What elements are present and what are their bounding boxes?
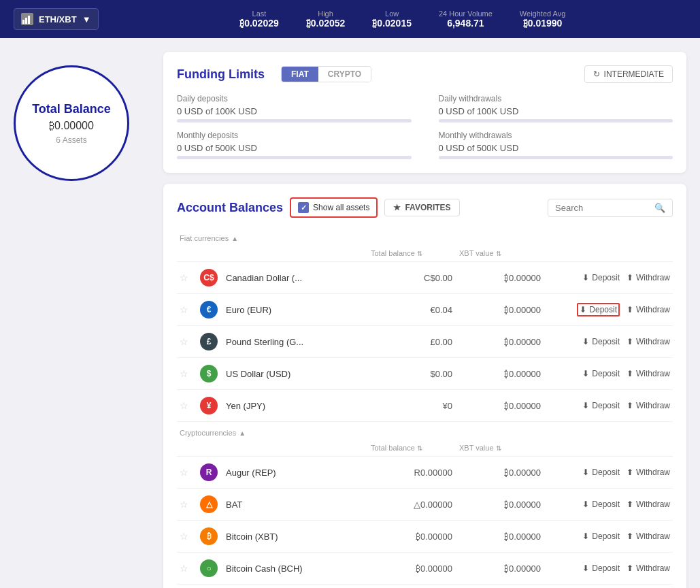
header-stats: Last₿0.02029High₿0.02052Low₿0.0201524 Ho… — [119, 10, 687, 29]
deposit-button[interactable]: ⬇ Deposit — [582, 500, 620, 509]
favorite-star[interactable]: ☆ — [180, 531, 200, 542]
main-content: Total Balance ₿0.00000 6 Assets Funding … — [0, 38, 700, 588]
currency-icon: $ — [200, 365, 218, 382]
deposit-button[interactable]: ⬇ Deposit — [577, 303, 620, 316]
withdraw-button[interactable]: ⬆ Withdraw — [627, 273, 670, 282]
balances-title: Account Balances — [177, 201, 283, 215]
download-icon: ⬇ — [582, 500, 589, 509]
search-icon: 🔍 — [654, 203, 665, 213]
table-row: ☆ C$ Canadian Dollar (... C$0.00 ₿0.0000… — [177, 262, 673, 294]
withdraw-button[interactable]: ⬆ Withdraw — [627, 468, 670, 477]
deposit-button[interactable]: ⬇ Deposit — [582, 369, 620, 378]
tab-crypto[interactable]: CRYPTO — [318, 67, 371, 82]
withdraw-button[interactable]: ⬆ Withdraw — [627, 564, 670, 573]
upload-icon: ⬆ — [627, 468, 633, 477]
upload-icon: ⬆ — [627, 564, 633, 573]
funding-tabs: FIAT CRYPTO — [281, 66, 371, 82]
table-row: ☆ B Bitcoin SV (BSV) ₿0.00000 ₿0.00000 ⬇… — [177, 585, 673, 588]
favorite-star[interactable]: ☆ — [180, 336, 200, 347]
top-header: ETH/XBT ▼ Last₿0.02029High₿0.02052Low₿0.… — [0, 0, 700, 38]
xbt-value: ₿0.00000 — [459, 369, 548, 379]
show-all-label: Show all assets — [313, 203, 369, 212]
deposit-button[interactable]: ⬇ Deposit — [582, 564, 620, 573]
deposit-button[interactable]: ⬇ Deposit — [582, 401, 620, 410]
withdraw-button[interactable]: ⬆ Withdraw — [627, 500, 670, 509]
upload-icon: ⬆ — [627, 273, 633, 282]
currency-icon: ₿ — [200, 527, 218, 545]
favorites-button[interactable]: ★ FAVORITES — [384, 199, 459, 216]
currency-name: Canadian Dollar (... — [220, 273, 371, 283]
balances-header: Account Balances ✓ Show all assets ★ FAV… — [177, 197, 673, 218]
row-actions: ⬇ Deposit ⬆ Withdraw — [548, 468, 670, 477]
currency-name: Yen (JPY) — [220, 401, 371, 411]
xbt-value: ₿0.00000 — [459, 401, 548, 411]
row-actions: ⬇ Deposit ⬆ Withdraw — [548, 500, 670, 509]
row-actions: ⬇ Deposit ⬆ Withdraw — [548, 532, 670, 541]
star-icon: ★ — [393, 203, 401, 212]
currency-name: Euro (EUR) — [220, 305, 371, 315]
right-panel: Funding Limits FIAT CRYPTO ↻ INTERMEDIAT… — [163, 52, 686, 588]
total-balance: $0.00 — [371, 369, 459, 379]
table-column-header: Total balance ⇅ XBT value ⇅ — [177, 245, 673, 262]
table-row: ☆ △ BAT △0.00000 ₿0.00000 ⬇ Deposit ⬆ Wi… — [177, 489, 673, 521]
row-actions: ⬇ Deposit ⬆ Withdraw — [548, 337, 670, 346]
intermediate-label: INTERMEDIATE — [604, 69, 664, 79]
stat-24-hour-volume: 24 Hour Volume6,948.71 — [439, 10, 493, 29]
intermediate-button[interactable]: ↻ INTERMEDIATE — [584, 65, 673, 83]
upload-icon: ⬆ — [627, 337, 633, 346]
favorite-star[interactable]: ☆ — [180, 304, 200, 315]
funding-title: Funding Limits — [177, 67, 265, 82]
dropdown-chevron: ▼ — [82, 14, 91, 24]
account-balances-card: Account Balances ✓ Show all assets ★ FAV… — [163, 184, 686, 588]
deposit-button[interactable]: ⬇ Deposit — [582, 468, 620, 477]
withdraw-button[interactable]: ⬆ Withdraw — [627, 305, 670, 314]
upload-icon: ⬆ — [627, 500, 633, 509]
favorite-star[interactable]: ☆ — [180, 272, 200, 283]
funding-limits-card: Funding Limits FIAT CRYPTO ↻ INTERMEDIAT… — [163, 52, 686, 173]
total-balance: △0.00000 — [371, 500, 459, 510]
row-actions: ⬇ Deposit ⬆ Withdraw — [548, 303, 670, 316]
tab-fiat[interactable]: FIAT — [282, 67, 318, 82]
currency-icon: £ — [200, 333, 218, 350]
withdraw-button[interactable]: ⬆ Withdraw — [627, 369, 670, 378]
search-box[interactable]: 🔍 — [548, 199, 673, 217]
currency-name: Augur (REP) — [220, 468, 371, 478]
xbt-value: ₿0.00000 — [459, 273, 548, 283]
favorite-star[interactable]: ☆ — [180, 368, 200, 379]
search-input[interactable] — [555, 203, 650, 213]
withdraw-button[interactable]: ⬆ Withdraw — [627, 401, 670, 410]
funding-title-group: Funding Limits FIAT CRYPTO — [177, 66, 371, 82]
currency-name: Bitcoin Cash (BCH) — [220, 564, 371, 574]
upload-icon: ⬆ — [627, 401, 633, 410]
total-balance: ¥0 — [371, 401, 459, 411]
deposit-button[interactable]: ⬇ Deposit — [582, 337, 620, 346]
balances-table: Fiat currencies▲ Total balance ⇅ XBT val… — [177, 227, 673, 588]
download-icon: ⬇ — [582, 369, 589, 378]
withdraw-button[interactable]: ⬆ Withdraw — [627, 532, 670, 541]
favorite-star[interactable]: ☆ — [180, 400, 200, 411]
table-row: ☆ ○ Bitcoin Cash (BCH) ₿0.00000 ₿0.00000… — [177, 553, 673, 585]
xbt-value: ₿0.00000 — [459, 337, 548, 347]
download-icon: ⬇ — [582, 337, 589, 346]
show-all-assets-button[interactable]: ✓ Show all assets — [290, 197, 378, 218]
favorite-star[interactable]: ☆ — [180, 563, 200, 574]
ticker-label: ETH/XBT — [39, 14, 77, 24]
favorite-star[interactable]: ☆ — [180, 467, 200, 478]
total-balance: C$0.00 — [371, 273, 459, 283]
favorite-star[interactable]: ☆ — [180, 499, 200, 510]
download-icon: ⬇ — [582, 468, 589, 477]
download-icon: ⬇ — [582, 401, 589, 410]
currency-name: BAT — [220, 500, 371, 510]
favorites-label: FAVORITES — [405, 203, 450, 212]
deposit-button[interactable]: ⬇ Deposit — [582, 273, 620, 282]
withdraw-button[interactable]: ⬆ Withdraw — [627, 337, 670, 346]
fiat-section-header: Fiat currencies▲ — [177, 227, 673, 245]
table-row: ☆ R Augur (REP) R0.00000 ₿0.00000 ⬇ Depo… — [177, 457, 673, 489]
total-balance: €0.04 — [371, 305, 459, 315]
stat-weighted-avg: Weighted Avg₿0.01990 — [520, 10, 565, 29]
svg-rect-1 — [25, 18, 27, 24]
deposit-button[interactable]: ⬇ Deposit — [582, 532, 620, 541]
table-row: ☆ ₿ Bitcoin (XBT) ₿0.00000 ₿0.00000 ⬇ De… — [177, 521, 673, 553]
currency-name: Pound Sterling (G... — [220, 337, 371, 347]
ticker-dropdown[interactable]: ETH/XBT ▼ — [14, 8, 99, 30]
